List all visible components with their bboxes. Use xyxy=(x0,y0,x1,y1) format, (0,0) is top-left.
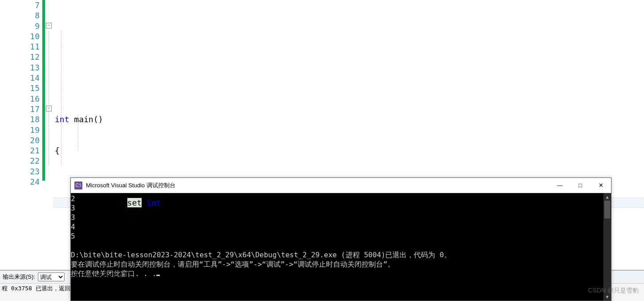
close-button[interactable]: ✕ xyxy=(591,178,611,193)
line-number-gutter: 7 8 9 10 11 12 13 14 15 16 17 18 19 20 2… xyxy=(0,0,42,270)
maximize-button[interactable]: □ xyxy=(570,178,591,193)
line-number: 11 xyxy=(0,41,40,52)
line-number: 9 xyxy=(0,21,40,31)
line-number: 21 xyxy=(0,145,40,156)
debug-console-window[interactable]: C:\ Microsoft Visual Studio 调试控制台 — □ ✕ … xyxy=(70,177,611,301)
fold-column: − − xyxy=(45,0,55,270)
selection-highlight: set xyxy=(127,198,142,207)
line-number: 10 xyxy=(0,31,40,41)
fold-toggle[interactable]: − xyxy=(46,23,52,29)
console-output-line: 4 xyxy=(71,223,75,231)
line-number: 8 xyxy=(0,10,40,21)
line-number: 15 xyxy=(0,83,40,93)
scroll-down-button[interactable]: ▼ xyxy=(603,293,611,301)
line-number: 19 xyxy=(0,125,40,135)
console-hint-line: 要在调试停止时自动关闭控制台，请启用“工具”->“选项”->“调试”->“调试停… xyxy=(71,260,395,268)
minimize-button[interactable]: — xyxy=(550,178,570,193)
line-number: 22 xyxy=(0,156,40,166)
line-number: 23 xyxy=(0,166,40,177)
console-app-icon: C:\ xyxy=(74,181,82,190)
cursor-icon xyxy=(156,275,160,276)
line-number: 24 xyxy=(0,177,40,187)
line-number: 14 xyxy=(0,73,40,83)
console-body[interactable]: 2 3 3 4 5 D:\bite\bite-lesson2023-2024\t… xyxy=(71,193,611,301)
line-number: 7 xyxy=(0,0,40,10)
console-scrollbar[interactable]: ▲ ▼ xyxy=(603,193,611,301)
line-number: 12 xyxy=(0,52,40,62)
keyword-int: int xyxy=(55,115,69,124)
line-number: 18 xyxy=(0,114,40,124)
scroll-thumb[interactable] xyxy=(604,201,610,219)
console-output-line: 2 xyxy=(71,194,75,203)
line-number: 20 xyxy=(0,135,40,145)
console-exit-line: D:\bite\bite-lesson2023-2024\test_2_29\x… xyxy=(71,251,451,259)
output-source-label: 输出来源(S): xyxy=(3,273,35,281)
scroll-up-button[interactable]: ▲ xyxy=(603,193,611,201)
line-number: 13 xyxy=(0,62,40,73)
console-titlebar[interactable]: C:\ Microsoft Visual Studio 调试控制台 — □ ✕ xyxy=(71,178,611,193)
console-title: Microsoft Visual Studio 调试控制台 xyxy=(86,181,550,190)
line-number: 17 xyxy=(0,104,40,114)
line-number: 16 xyxy=(0,94,40,104)
